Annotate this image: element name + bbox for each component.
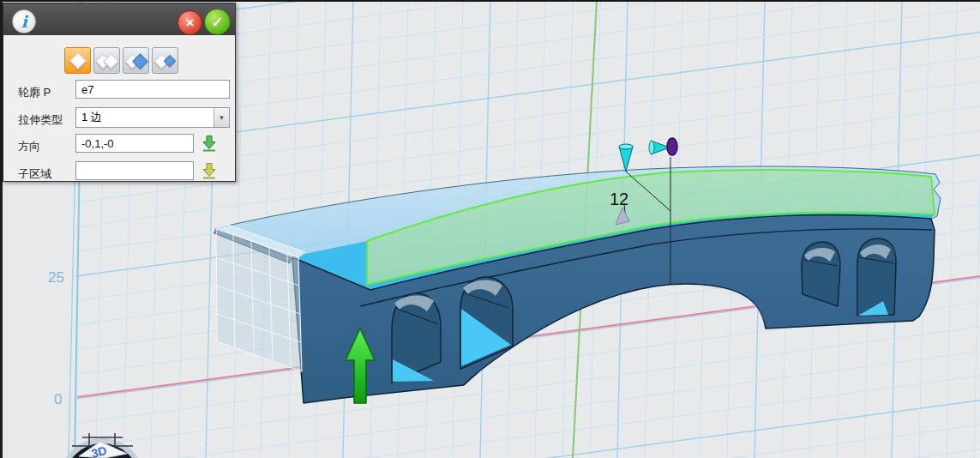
cad-application-window: 25 0	[0, 0, 980, 458]
direction-pick-icon[interactable]	[201, 134, 218, 152]
extrude-mode-toolbar	[64, 47, 178, 74]
drag-handle-cone-disc[interactable]	[649, 138, 677, 155]
extrude-type-value: 1 边	[76, 110, 213, 125]
mode-intersect-button[interactable]	[152, 47, 178, 74]
drag-handle-cone-down[interactable]	[619, 144, 633, 172]
direction-label: 方向	[18, 139, 40, 154]
cancel-button[interactable]: ×	[177, 10, 202, 35]
mode-union-button[interactable]	[93, 47, 120, 74]
extrude-type-select[interactable]: 1 边 ▾	[75, 107, 230, 128]
axis-scale-0: 0	[54, 391, 62, 407]
extrude-distance-label[interactable]: 12	[610, 190, 628, 208]
window-top-edge	[0, 0, 980, 2]
extrude-parameters-dialog: i × ✓ 轮廓 P 拉伸类型 1	[3, 3, 236, 182]
mode-new-solid-button[interactable]	[64, 47, 91, 74]
axis-scale-25: 25	[48, 269, 64, 286]
confirm-button[interactable]: ✓	[204, 9, 231, 35]
app-logo-viewcube[interactable]: 3D	[62, 433, 142, 458]
mode-subtract-button[interactable]	[123, 47, 149, 74]
chevron-down-icon[interactable]: ▾	[213, 108, 229, 127]
dialog-titlebar: i × ✓	[3, 3, 235, 35]
subregion-label: 子区域	[18, 166, 51, 182]
profile-input[interactable]	[75, 80, 230, 99]
subregion-input[interactable]	[75, 161, 194, 180]
extrude-type-label: 拉伸类型	[18, 112, 63, 128]
subregion-pick-icon[interactable]	[201, 161, 218, 179]
solid-diamond-icon	[69, 52, 87, 69]
info-icon: i	[12, 9, 36, 33]
direction-input[interactable]	[75, 134, 194, 153]
profile-label: 轮廓 P	[18, 85, 51, 100]
